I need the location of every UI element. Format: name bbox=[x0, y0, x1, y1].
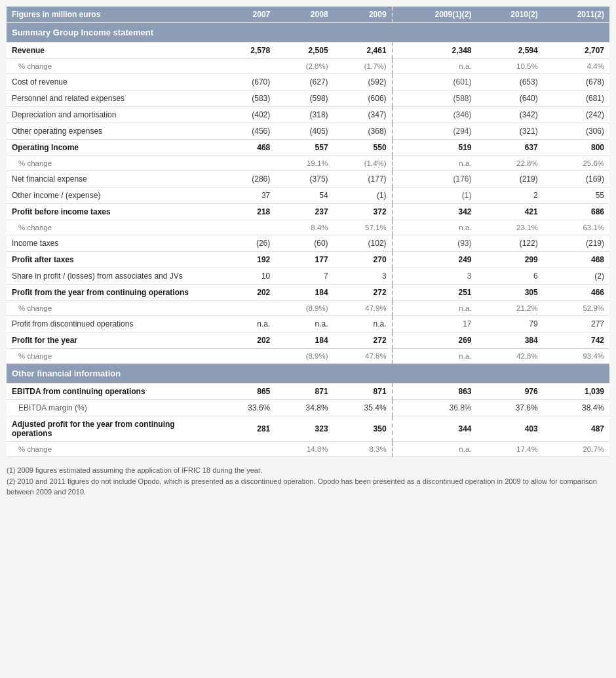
header-2009-restated: 2009(1)(2) bbox=[393, 7, 477, 23]
row-label: Cost of revenue bbox=[7, 74, 218, 90]
row-value: 202 bbox=[218, 285, 275, 301]
row-value: 47.8% bbox=[334, 349, 393, 364]
table-row: Income taxes(26)(60)(102)(93)(122)(219) bbox=[7, 235, 609, 252]
footnotes-section: (1) 2009 figures estimated assuming the … bbox=[7, 465, 609, 498]
row-label: Depreciation and amortisation bbox=[7, 107, 218, 123]
table-row: EBITDA from continuing operations8658718… bbox=[7, 384, 609, 400]
table-row: Profit for the year202184272269384742 bbox=[7, 332, 609, 349]
table-row: % change(2.8%)(1.7%)n.a.10.5%4.4% bbox=[7, 59, 609, 74]
header-2009: 2009 bbox=[334, 7, 393, 23]
row-value: 2 bbox=[476, 188, 543, 204]
row-value: (402) bbox=[218, 107, 275, 123]
row-value: 269 bbox=[393, 332, 477, 349]
row-value: 800 bbox=[543, 140, 609, 156]
table-row: Personnel and related expenses(583)(598)… bbox=[7, 90, 609, 107]
row-value: 2,348 bbox=[393, 43, 477, 59]
row-label: % change bbox=[7, 156, 218, 171]
row-value bbox=[218, 349, 275, 364]
financial-table-container: Figures in million euros 2007 2008 2009 … bbox=[7, 7, 609, 498]
row-value: 344 bbox=[393, 416, 477, 442]
row-value: 863 bbox=[393, 384, 477, 400]
header-2008: 2008 bbox=[275, 7, 333, 23]
row-value: 25.6% bbox=[543, 156, 609, 171]
row-value: (306) bbox=[543, 123, 609, 140]
table-row: Profit from the year from continuing ope… bbox=[7, 285, 609, 301]
table-header-row: Figures in million euros 2007 2008 2009 … bbox=[7, 7, 609, 23]
row-value: 52.9% bbox=[543, 301, 609, 316]
row-value: 184 bbox=[275, 332, 333, 349]
row-value: 34.8% bbox=[275, 400, 333, 416]
row-value: n.a. bbox=[393, 220, 477, 235]
row-value: 10.5% bbox=[476, 59, 543, 74]
row-label: Income taxes bbox=[7, 235, 218, 252]
row-value: 384 bbox=[476, 332, 543, 349]
row-value: 637 bbox=[476, 140, 543, 156]
header-2011: 2011(2) bbox=[543, 7, 609, 23]
table-row: Cost of revenue(670)(627)(592)(601)(653)… bbox=[7, 74, 609, 90]
row-value: (653) bbox=[476, 74, 543, 90]
table-row: Revenue2,5782,5052,4612,3482,5942,707 bbox=[7, 43, 609, 59]
row-value: (321) bbox=[476, 123, 543, 140]
row-value: 37 bbox=[218, 188, 275, 204]
row-value: (8.9%) bbox=[275, 349, 333, 364]
row-value: 468 bbox=[543, 252, 609, 268]
row-value: (177) bbox=[334, 171, 393, 188]
table-row: % change(8.9%)47.9%n.a.21.2%52.9% bbox=[7, 301, 609, 316]
row-label: Profit from the year from continuing ope… bbox=[7, 285, 218, 301]
row-value: (219) bbox=[476, 171, 543, 188]
table-row: % change8.4%57.1%n.a.23.1%63.1% bbox=[7, 220, 609, 235]
row-value: (242) bbox=[543, 107, 609, 123]
table-row: Profit before income taxes21823737234242… bbox=[7, 204, 609, 220]
row-value: (640) bbox=[476, 90, 543, 107]
header-label: Figures in million euros bbox=[7, 7, 218, 23]
table-row: EBITDA margin (%)33.6%34.8%35.4%36.8%37.… bbox=[7, 400, 609, 416]
row-value: (681) bbox=[543, 90, 609, 107]
table-row: % change14.8%8.3%n.a.17.4%20.7% bbox=[7, 442, 609, 457]
row-value bbox=[218, 301, 275, 316]
row-value: (2.8%) bbox=[275, 59, 333, 74]
row-value: (122) bbox=[476, 235, 543, 252]
row-value: 79 bbox=[476, 316, 543, 332]
income-statement-table: Figures in million euros 2007 2008 2009 … bbox=[7, 7, 609, 457]
table-row: Share in profit / (losses) from associat… bbox=[7, 268, 609, 285]
section-title: Other financial information bbox=[7, 364, 609, 384]
row-value: (405) bbox=[275, 123, 333, 140]
row-label: Profit from discontinued operations bbox=[7, 316, 218, 332]
row-value: 2,505 bbox=[275, 43, 333, 59]
row-value: 22.8% bbox=[476, 156, 543, 171]
table-row: Operating Income468557550519637800 bbox=[7, 140, 609, 156]
row-value: (678) bbox=[543, 74, 609, 90]
row-label: Profit before income taxes bbox=[7, 204, 218, 220]
row-value bbox=[218, 59, 275, 74]
row-value: 277 bbox=[543, 316, 609, 332]
row-label: Other income / (expense) bbox=[7, 188, 218, 204]
row-value: 1,039 bbox=[543, 384, 609, 400]
row-label: % change bbox=[7, 59, 218, 74]
row-value: 192 bbox=[218, 252, 275, 268]
row-value: (1) bbox=[393, 188, 477, 204]
row-value: (1) bbox=[334, 188, 393, 204]
row-value: 55 bbox=[543, 188, 609, 204]
row-value: 38.4% bbox=[543, 400, 609, 416]
row-value: 272 bbox=[334, 285, 393, 301]
row-value: 19.1% bbox=[275, 156, 333, 171]
row-value: 54 bbox=[275, 188, 333, 204]
row-value: 742 bbox=[543, 332, 609, 349]
row-value: 976 bbox=[476, 384, 543, 400]
row-value: 251 bbox=[393, 285, 477, 301]
row-value: (606) bbox=[334, 90, 393, 107]
row-value: 8.3% bbox=[334, 442, 393, 457]
row-value: 4.4% bbox=[543, 59, 609, 74]
footnote-1: (1) 2009 figures estimated assuming the … bbox=[7, 465, 609, 476]
row-value: 519 bbox=[393, 140, 477, 156]
row-label: Adjusted profit for the year from contin… bbox=[7, 416, 218, 442]
row-value: (318) bbox=[275, 107, 333, 123]
row-label: Net financial expense bbox=[7, 171, 218, 188]
row-value: 177 bbox=[275, 252, 333, 268]
row-value: 299 bbox=[476, 252, 543, 268]
row-value: 57.1% bbox=[334, 220, 393, 235]
table-row: Profit after taxes192177270249299468 bbox=[7, 252, 609, 268]
row-value: (286) bbox=[218, 171, 275, 188]
row-value: (598) bbox=[275, 90, 333, 107]
row-value: 466 bbox=[543, 285, 609, 301]
